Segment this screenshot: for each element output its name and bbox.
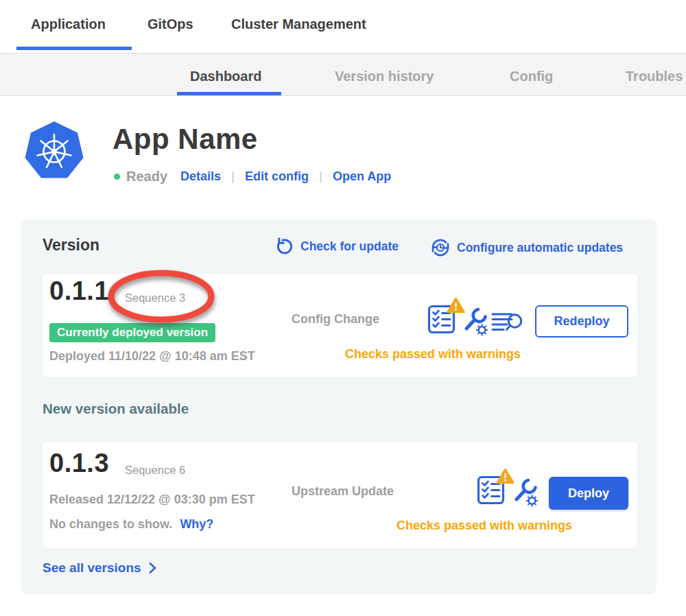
preflight-checks-icon[interactable] — [427, 303, 456, 334]
check-for-update-label: Check for update — [300, 239, 399, 254]
app-window: Application GitOps Cluster Management Da… — [0, 0, 686, 616]
warning-triangle-icon — [447, 297, 465, 313]
config-wrench-icon[interactable] — [513, 478, 539, 507]
ready-status-dot-icon — [114, 174, 120, 180]
current-version-sequence: Sequence 3 — [125, 292, 185, 305]
why-link[interactable]: Why? — [180, 517, 213, 531]
checks-status-text: Checks passed with warnings — [345, 347, 521, 362]
view-files-search-icon[interactable] — [491, 311, 523, 335]
tab-version-history[interactable]: Version history — [335, 69, 434, 84]
check-for-update-button[interactable]: Check for update — [276, 237, 399, 256]
divider: | — [319, 169, 322, 184]
new-version-heading: New version available — [43, 401, 189, 417]
preflight-checks-icon[interactable] — [477, 474, 505, 505]
secondary-nav: Dashboard Version history Config Trouble… — [0, 53, 686, 96]
see-all-versions-label: See all versions — [43, 560, 141, 576]
redeploy-button[interactable]: Redeploy — [535, 305, 628, 337]
version-panel-title: Version — [43, 236, 99, 254]
edit-config-link[interactable]: Edit config — [245, 169, 309, 184]
nav-tab-application[interactable]: Application — [31, 16, 106, 32]
app-status-row: Ready Details | Edit config | Open App — [114, 167, 391, 186]
see-all-versions-link[interactable]: See all versions — [43, 560, 157, 576]
deploy-button[interactable]: Deploy — [549, 477, 628, 510]
details-link[interactable]: Details — [180, 169, 221, 184]
available-version-card: 0.1.3 Sequence 6 Released 12/12/22 @ 03:… — [43, 442, 637, 549]
divider: | — [231, 169, 235, 184]
checks-status-text: Checks passed with warnings — [397, 519, 572, 533]
nav-tab-gitops[interactable]: GitOps — [147, 16, 193, 32]
active-subtab-underline — [177, 92, 281, 95]
open-app-link[interactable]: Open App — [333, 169, 391, 184]
active-tab-underline — [16, 47, 132, 50]
version-panel: Version Check for update — [21, 220, 657, 594]
tab-config[interactable]: Config — [510, 69, 553, 84]
tab-dashboard[interactable]: Dashboard — [190, 69, 261, 84]
available-version-number: 0.1.3 — [49, 449, 109, 478]
currently-deployed-badge: Currently deployed version — [49, 323, 215, 342]
kubernetes-logo-icon — [25, 121, 84, 182]
nav-tab-application-label: Application — [31, 16, 106, 32]
current-version-card: 0.1.1 Sequence 3 Currently deployed vers… — [43, 274, 637, 377]
configure-automatic-updates-label: Configure automatic updates — [457, 241, 623, 255]
configure-automatic-updates-button[interactable]: Configure automatic updates — [430, 237, 623, 258]
chevron-right-icon — [148, 562, 157, 574]
status-label: Ready — [126, 169, 167, 185]
no-changes-text: No changes to show. Why? — [49, 517, 213, 532]
warning-triangle-icon — [496, 468, 514, 484]
nav-tab-cluster-management[interactable]: Cluster Management — [231, 16, 366, 32]
available-version-sequence: Sequence 6 — [125, 464, 185, 477]
no-changes-label: No changes to show. — [49, 517, 172, 531]
change-type-label: Config Change — [292, 312, 379, 327]
change-type-label: Upstream Update — [292, 484, 394, 499]
clock-refresh-icon — [430, 237, 451, 258]
config-wrench-icon[interactable] — [463, 307, 488, 336]
tab-troubleshoot[interactable]: Troubles — [626, 69, 683, 84]
page-title: App Name — [113, 123, 258, 156]
deployed-date: Deployed 11/10/22 @ 10:48 am EST — [49, 349, 255, 364]
current-version-number: 0.1.1 — [49, 276, 109, 306]
released-date: Released 12/12/22 @ 03:30 pm EST — [49, 493, 255, 507]
refresh-icon — [276, 237, 294, 256]
